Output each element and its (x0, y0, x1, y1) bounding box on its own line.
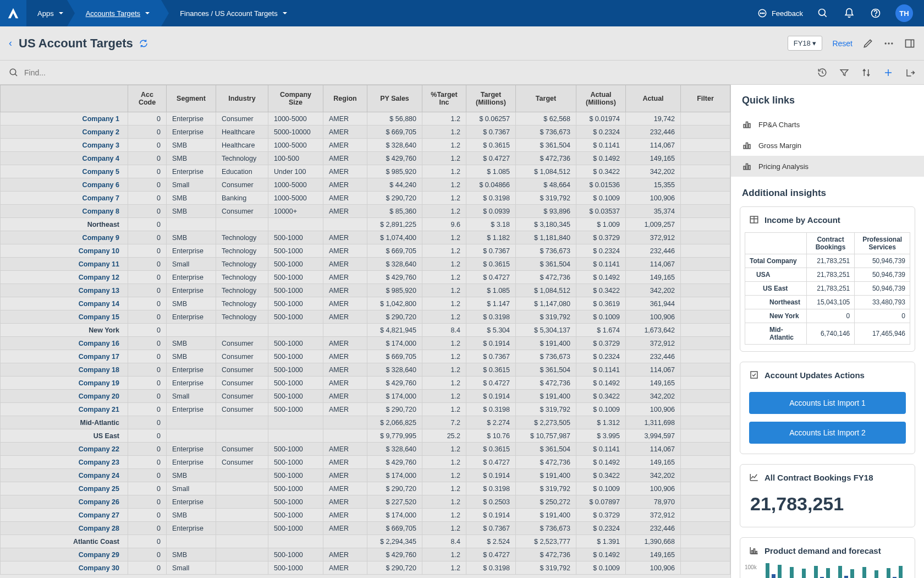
cell[interactable]: $ 227,520 (367, 495, 422, 509)
cell[interactable] (681, 443, 730, 456)
cell[interactable]: AMER (323, 469, 367, 482)
cell[interactable]: 500-1000 (268, 337, 323, 350)
nav-finances-us-targets[interactable]: Finances / US Account Targets (169, 0, 299, 26)
cell[interactable]: Small (167, 258, 216, 271)
cell[interactable]: SMB (167, 192, 216, 205)
cell[interactable]: 1.2 (422, 192, 466, 205)
col-header[interactable]: Actual (Millions) (576, 85, 626, 112)
table-row[interactable]: Company 90SMBTechnology500-1000AMER$ 1,0… (1, 231, 730, 244)
cell[interactable]: $ 985,920 (367, 165, 422, 178)
cell[interactable] (167, 416, 216, 429)
cell[interactable]: $ 0.7367 (466, 522, 516, 535)
cell[interactable] (323, 416, 367, 429)
cell[interactable]: 342,202 (626, 284, 681, 297)
cell[interactable]: $ 0.1141 (576, 443, 626, 456)
col-header[interactable]: Segment (167, 85, 216, 112)
help-button[interactable] (869, 7, 882, 20)
cell[interactable]: AMER (323, 509, 367, 522)
cell[interactable]: Enterprise (167, 403, 216, 416)
cell[interactable]: SMB (167, 469, 216, 482)
cell[interactable]: 1.2 (422, 561, 466, 575)
cell[interactable]: 15,355 (626, 178, 681, 192)
cell[interactable]: AMER (323, 456, 367, 469)
cell[interactable]: 342,202 (626, 390, 681, 403)
cell[interactable]: $ 0.1914 (466, 469, 516, 482)
cell[interactable]: $ 0.3729 (576, 231, 626, 244)
cell[interactable]: 0 (128, 297, 167, 310)
cell[interactable] (681, 139, 730, 152)
data-grid[interactable]: Acc CodeSegmentIndustryCompany SizeRegio… (0, 85, 730, 578)
table-row[interactable]: Company 180EnterpriseConsumer500-1000AME… (1, 363, 730, 377)
cell[interactable]: $ 0.1492 (576, 152, 626, 165)
cell[interactable]: 0 (128, 284, 167, 297)
cell[interactable]: $ 191,400 (516, 469, 576, 482)
user-avatar[interactable]: TH (895, 4, 913, 22)
cell[interactable]: $ 429,760 (367, 377, 422, 390)
cell[interactable]: 500-1000 (268, 231, 323, 244)
cell[interactable]: Under 100 (268, 165, 323, 178)
table-row[interactable]: Company 120EnterpriseTechnology500-1000A… (1, 271, 730, 284)
cell[interactable]: 500-1000 (268, 350, 323, 363)
cell[interactable]: 0 (128, 363, 167, 377)
cell[interactable]: 1.2 (422, 377, 466, 390)
cell[interactable]: SMB (167, 548, 216, 561)
table-row[interactable]: Company 280Enterprise500-1000AMER$ 669,7… (1, 522, 730, 535)
cell[interactable]: $ 0.04866 (466, 178, 516, 192)
cell[interactable]: 500-1000 (268, 469, 323, 482)
cell[interactable] (681, 416, 730, 429)
cell[interactable]: $ 0.01536 (576, 178, 626, 192)
cell[interactable]: 500-1000 (268, 377, 323, 390)
cell[interactable]: 361,944 (626, 297, 681, 310)
table-row[interactable]: Company 130EnterpriseTechnology500-1000A… (1, 284, 730, 297)
cell[interactable]: $ 0.3198 (466, 403, 516, 416)
table-row[interactable]: Atlantic Coast0$ 2,294,3458.4$ 2.524$ 2,… (1, 535, 730, 548)
cell[interactable]: $ 0.2324 (576, 126, 626, 139)
table-row[interactable]: Company 270SMB500-1000AMER$ 174,0001.2$ … (1, 509, 730, 522)
cell[interactable]: AMER (323, 310, 367, 324)
cell[interactable]: 342,202 (626, 165, 681, 178)
cell[interactable]: $ 472,736 (516, 456, 576, 469)
cell[interactable]: 1.2 (422, 258, 466, 271)
cell[interactable]: Small (167, 561, 216, 575)
cell[interactable]: SMB (167, 231, 216, 244)
cell[interactable]: $ 174,000 (367, 390, 422, 403)
notifications-button[interactable] (843, 7, 856, 20)
cell[interactable] (167, 429, 216, 443)
cell[interactable]: Consumer (216, 205, 268, 218)
cell[interactable]: Technology (216, 271, 268, 284)
cell[interactable]: AMER (323, 165, 367, 178)
cell[interactable] (681, 310, 730, 324)
cell[interactable] (216, 218, 268, 231)
cell[interactable]: Technology (216, 310, 268, 324)
col-header[interactable]: Industry (216, 85, 268, 112)
cell[interactable]: $ 10.76 (466, 429, 516, 443)
cell[interactable]: $ 5,304,137 (516, 324, 576, 337)
cell[interactable] (681, 231, 730, 244)
cell[interactable]: 25.2 (422, 429, 466, 443)
cell[interactable]: 0 (128, 139, 167, 152)
cell[interactable]: $ 0.1914 (466, 390, 516, 403)
find-input[interactable] (24, 68, 189, 77)
cell[interactable]: 0 (128, 165, 167, 178)
cell[interactable]: SMB (167, 350, 216, 363)
cell[interactable] (681, 535, 730, 548)
cell[interactable]: 0 (128, 350, 167, 363)
cell[interactable]: $ 0.3615 (466, 363, 516, 377)
table-row[interactable]: Company 100EnterpriseTechnology500-1000A… (1, 244, 730, 258)
cell[interactable]: $ 319,792 (516, 310, 576, 324)
cell[interactable]: Consumer (216, 363, 268, 377)
cell[interactable]: 100,906 (626, 403, 681, 416)
cell[interactable]: Technology (216, 297, 268, 310)
cell[interactable] (268, 535, 323, 548)
cell[interactable] (167, 324, 216, 337)
cell[interactable]: $ 0.3619 (576, 297, 626, 310)
cell[interactable] (681, 112, 730, 126)
cell[interactable]: $ 429,760 (367, 456, 422, 469)
cell[interactable]: Enterprise (167, 126, 216, 139)
cell[interactable]: $ 290,720 (367, 403, 422, 416)
cell[interactable]: Technology (216, 258, 268, 271)
cell[interactable]: 1.2 (422, 482, 466, 495)
cell[interactable] (323, 324, 367, 337)
cell[interactable]: 149,165 (626, 377, 681, 390)
cell[interactable]: $ 669,705 (367, 522, 422, 535)
